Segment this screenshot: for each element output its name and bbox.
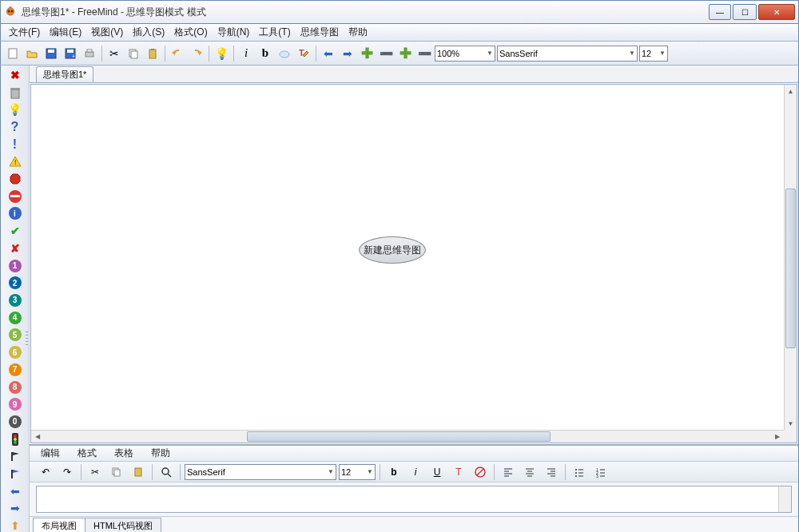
scroll-up-icon[interactable]: ▲: [785, 85, 797, 97]
align-left-icon[interactable]: [499, 464, 518, 480]
zoom-combo[interactable]: 100%▼: [435, 46, 495, 62]
editor-input-scroll[interactable]: [778, 486, 791, 512]
scroll-right-icon[interactable]: ▶: [771, 431, 784, 443]
warning-icon[interactable]: !: [7, 154, 23, 170]
priority-0-icon[interactable]: 0: [7, 414, 23, 430]
editor-copy-icon[interactable]: [107, 464, 126, 480]
question-icon[interactable]: ?: [7, 119, 23, 135]
horizontal-scrollbar[interactable]: ◀ ▶: [31, 430, 784, 443]
minimize-button[interactable]: —: [709, 4, 731, 20]
menu-edit[interactable]: 编辑(E): [45, 24, 86, 41]
trash-icon[interactable]: [7, 85, 23, 101]
scroll-down-icon[interactable]: ▼: [785, 417, 797, 430]
delete-icon[interactable]: ✖: [7, 67, 23, 83]
editor-menu-format[interactable]: 格式: [73, 445, 101, 462]
arrow-right-icon[interactable]: ➡: [7, 501, 23, 517]
nav-forward-icon[interactable]: ➡: [339, 45, 356, 62]
print-icon[interactable]: [81, 45, 98, 62]
new-icon[interactable]: [4, 45, 22, 62]
priority-4-icon[interactable]: 4: [7, 310, 23, 326]
traffic-light-icon[interactable]: [7, 431, 23, 447]
editor-redo-icon[interactable]: ↷: [58, 464, 77, 480]
editor-clear-format-icon[interactable]: [471, 464, 490, 480]
bold-icon[interactable]: b: [256, 45, 274, 62]
idea-icon[interactable]: 💡: [213, 45, 230, 62]
align-right-icon[interactable]: [542, 464, 561, 480]
mindmap-canvas[interactable]: 新建思维导图 ▲ ▼ ◀ ▶: [31, 85, 797, 443]
undo-icon[interactable]: [169, 45, 186, 62]
remove-node-icon[interactable]: ➖: [377, 45, 395, 62]
remove-child-icon[interactable]: ➖: [415, 45, 433, 62]
priority-9-icon[interactable]: 9: [7, 396, 23, 412]
menu-file[interactable]: 文件(F): [4, 24, 45, 41]
editor-find-icon[interactable]: [157, 464, 176, 480]
editor-cut-icon[interactable]: ✂: [85, 464, 105, 480]
ok-icon[interactable]: ✔: [7, 223, 23, 239]
editor-menu-help[interactable]: 帮助: [146, 445, 175, 462]
list-number-icon[interactable]: 123: [591, 464, 610, 480]
stop-icon[interactable]: [7, 171, 23, 187]
copy-icon[interactable]: [125, 45, 142, 62]
paste-icon[interactable]: [144, 45, 161, 62]
editor-menu-table[interactable]: 表格: [109, 445, 138, 462]
layout-view-tab[interactable]: 布局视图: [33, 518, 85, 532]
editor-paste-icon[interactable]: [129, 464, 148, 480]
vertical-scrollbar[interactable]: ▲ ▼: [784, 85, 797, 430]
cancel-icon[interactable]: ✘: [7, 240, 23, 256]
info-icon[interactable]: i: [7, 206, 23, 222]
arrow-up-icon[interactable]: ⬆: [7, 518, 23, 532]
list-bullet-icon[interactable]: [570, 464, 589, 480]
close-button[interactable]: ✕: [758, 4, 795, 20]
priority-5-icon[interactable]: 5: [7, 328, 23, 343]
color-icon[interactable]: T: [295, 45, 312, 62]
italic-icon[interactable]: i: [237, 45, 255, 62]
editor-input[interactable]: [37, 486, 778, 512]
menu-help[interactable]: 帮助: [344, 24, 372, 41]
root-node[interactable]: 新建思维导图: [359, 236, 426, 264]
flag-black-icon[interactable]: [7, 448, 23, 464]
html-view-tab[interactable]: HTML代码视图: [85, 518, 161, 532]
priority-8-icon[interactable]: 8: [7, 379, 23, 395]
flag-blue-icon[interactable]: [7, 466, 23, 482]
forbidden-icon[interactable]: [7, 189, 23, 204]
menu-insert[interactable]: 插入(S): [128, 24, 169, 41]
cut-icon[interactable]: ✂: [105, 45, 123, 62]
priority-7-icon[interactable]: 7: [7, 362, 23, 378]
nav-back-icon[interactable]: ⬅: [320, 45, 337, 62]
add-child-icon[interactable]: ✚: [396, 45, 414, 62]
menu-format[interactable]: 格式(O): [169, 24, 212, 41]
scroll-thumb[interactable]: [247, 431, 551, 442]
font-combo[interactable]: SansSerif▼: [497, 46, 638, 62]
maximize-button[interactable]: ☐: [733, 4, 757, 20]
exclaim-icon[interactable]: !: [7, 137, 23, 153]
fontsize-combo[interactable]: 12▼: [639, 46, 668, 62]
scroll-left-icon[interactable]: ◀: [31, 431, 44, 443]
editor-bold-icon[interactable]: b: [384, 464, 403, 480]
save-icon[interactable]: [42, 45, 60, 62]
menu-view[interactable]: 视图(V): [86, 24, 128, 41]
open-icon[interactable]: [23, 45, 41, 62]
priority-6-icon[interactable]: 6: [7, 344, 23, 360]
align-center-icon[interactable]: [520, 464, 539, 480]
scroll-thumb[interactable]: [785, 189, 796, 348]
menu-tools[interactable]: 工具(T): [254, 24, 295, 41]
document-tab[interactable]: 思维导图1*: [36, 66, 93, 82]
redo-icon[interactable]: [188, 45, 205, 62]
bulb-icon[interactable]: 💡: [7, 101, 23, 117]
editor-italic-icon[interactable]: i: [406, 464, 425, 480]
editor-underline-icon[interactable]: U: [427, 464, 447, 480]
menu-mindmap[interactable]: 思维导图: [296, 24, 344, 41]
add-node-icon[interactable]: ✚: [358, 45, 376, 62]
priority-1-icon[interactable]: 1: [7, 258, 23, 274]
editor-undo-icon[interactable]: ↶: [36, 464, 55, 480]
editor-textcolor-icon[interactable]: T: [449, 464, 468, 480]
saveas-icon[interactable]: +: [62, 45, 79, 62]
menu-navigate[interactable]: 导航(N): [213, 24, 255, 41]
cloud-icon[interactable]: [276, 45, 293, 62]
priority-2-icon[interactable]: 2: [7, 275, 23, 291]
editor-fontsize-combo[interactable]: 12▼: [339, 464, 376, 480]
priority-3-icon[interactable]: 3: [7, 292, 23, 308]
editor-menu-edit[interactable]: 编辑: [36, 445, 65, 462]
sidebar-grip[interactable]: [24, 66, 29, 532]
arrow-left-icon[interactable]: ⬅: [7, 483, 23, 499]
